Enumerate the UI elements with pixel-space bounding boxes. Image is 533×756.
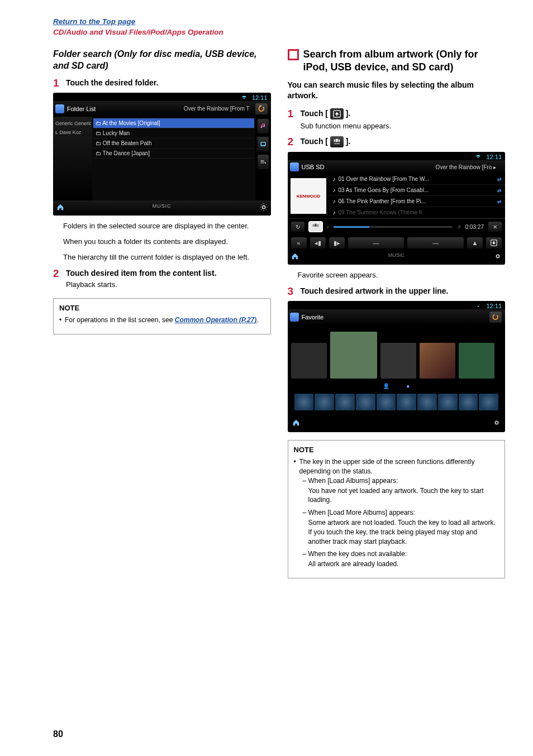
step-2-left: 2 Touch desired item from the content li… [53, 268, 271, 290]
step-head: Touch [ ]. [301, 136, 506, 147]
wifi-icon [475, 154, 482, 160]
source-label: MUSIC [388, 252, 404, 261]
heading-square-icon [288, 49, 299, 60]
artwork-item[interactable] [380, 343, 416, 379]
status-time: 12:11 [252, 94, 268, 101]
album-art-grid-button[interactable] [309, 222, 322, 232]
hierarchy-panel: Generic Generic L Dave Koz [53, 117, 92, 200]
hierarchy-item[interactable]: L Dave Koz [54, 128, 91, 137]
gear-icon[interactable] [493, 419, 501, 428]
wifi-icon [241, 94, 248, 101]
track-row[interactable]: ♪06 The Pink Panther [From the Pi...⇄ [330, 196, 506, 207]
svg-rect-5 [336, 139, 338, 142]
svg-point-12 [496, 255, 499, 258]
source-label: MUSIC [153, 203, 172, 212]
thumbnail-item[interactable] [459, 394, 478, 410]
step-head: Touch desired artwork in the upper line. [301, 286, 506, 296]
back-button[interactable] [255, 103, 268, 114]
thumbnail-item[interactable] [397, 394, 416, 410]
section-title-album-artwork: Search from album artwork (Only for iPod… [303, 48, 506, 74]
gear-icon[interactable] [494, 252, 502, 261]
step-1-left: 1 Touch the desired folder. [53, 78, 271, 88]
step-1-right: 1 Touch [ ]. Sub function menu appears. [288, 108, 506, 132]
hierarchy-item[interactable]: Generic Generic [54, 119, 91, 128]
now-playing-label: Over the Rainbow [Fro ▸ [436, 164, 496, 170]
prev-track-button[interactable]: ◂▮ [310, 237, 326, 248]
thumbnail-item[interactable] [417, 394, 437, 410]
thumbnail-item[interactable] [377, 394, 396, 410]
next-track-button[interactable]: ▮▸ [329, 237, 345, 248]
eq-button[interactable]: ▲ [467, 237, 483, 248]
svg-rect-8 [312, 224, 314, 227]
svg-rect-4 [334, 140, 336, 142]
shuffle-icon[interactable]: ✕ [488, 222, 502, 232]
app-icon [290, 313, 299, 322]
expand-button[interactable] [258, 155, 269, 169]
play-time: 0:03:27 [465, 224, 484, 230]
gear-icon[interactable] [260, 203, 268, 212]
list-item[interactable]: 🗀 Off the Beaten Path [93, 138, 254, 149]
artwork-item-current[interactable] [330, 332, 377, 379]
note-sub-item: When [Load Albums] appears: You have not… [303, 476, 499, 505]
page-dot-icon: ● [406, 383, 410, 389]
thumbnail-item[interactable] [438, 394, 458, 410]
note-box: NOTE For operations in the list screen, … [53, 298, 271, 334]
common-operation-link[interactable]: Common Operation (P.27) [175, 316, 256, 324]
step-number: 2 [53, 268, 61, 290]
artwork-item[interactable] [420, 343, 455, 379]
now-playing-label: Over the Rainbow [From T [184, 106, 250, 112]
svg-rect-9 [315, 224, 317, 227]
svg-rect-7 [334, 143, 340, 145]
app-icon [290, 162, 299, 171]
thumbnail-item[interactable] [315, 394, 334, 410]
back-button[interactable] [489, 312, 502, 323]
screenshot-folder-list: 12:11 Folder List Over the Rainbow [From… [53, 93, 271, 216]
track-list: ♪01 Over the Rainbow [From The W...⇄ ♪03… [330, 174, 506, 218]
video-tab-button[interactable] [258, 137, 269, 151]
album-art-grid-icon [330, 136, 344, 147]
progress-bar[interactable] [334, 226, 453, 228]
music-tab-button[interactable] [258, 119, 269, 133]
step-number: 1 [53, 78, 61, 88]
step-head: Touch desired item from the content list… [66, 268, 271, 278]
thumbnail-item[interactable] [294, 394, 314, 410]
note-title: NOTE [59, 303, 265, 313]
body-text: Favorite screen appears. [298, 270, 506, 281]
artwork-item[interactable] [291, 343, 327, 379]
repeat-icon[interactable]: ↻ [291, 222, 304, 232]
rewind-button[interactable]: « [291, 237, 307, 248]
track-row[interactable]: ♪01 Over the Rainbow [From The W...⇄ [330, 174, 506, 185]
step-2-right: 2 Touch [ ]. [288, 136, 506, 147]
subfunction-up-icon [330, 108, 344, 119]
home-icon[interactable] [56, 203, 64, 212]
seek-back-button[interactable]: — [348, 237, 404, 248]
step-number: 2 [288, 136, 296, 147]
album-art: KENWOOD [288, 174, 330, 218]
screen-title: Favorite [302, 314, 324, 320]
track-row[interactable]: ♪03 As Time Goes By [From Casabl...⇄ [330, 185, 506, 196]
body-text: Folders in the selected source are displ… [63, 221, 271, 263]
list-item[interactable]: 🗀 The Dance [Japan] [93, 149, 254, 159]
list-item[interactable]: 🗀 At the Movies [Original] [93, 118, 254, 128]
home-icon[interactable] [291, 252, 299, 261]
subfunction-down-icon[interactable] [486, 237, 502, 248]
seek-fwd-button[interactable]: — [407, 237, 464, 248]
screen-title: Folder List [67, 106, 96, 112]
artwork-item[interactable] [459, 343, 494, 379]
folder-content-list: 🗀 At the Movies [Original] 🗀 Lucky Man 🗀… [92, 117, 255, 200]
screenshot-usb-sd: 12:11 USB SD Over the Rainbow [Fro ▸ KEN… [288, 152, 506, 265]
step-sub: Playback starts. [66, 280, 271, 290]
thumbnail-item[interactable] [335, 394, 355, 410]
section-title-folder-search: Folder search (Only for disc media, USB … [53, 48, 271, 72]
thumbnail-item[interactable] [356, 394, 375, 410]
home-icon[interactable] [292, 419, 300, 428]
list-item[interactable]: 🗀 Lucky Man [93, 128, 254, 138]
thumbnail-item[interactable] [479, 394, 498, 410]
step-number: 1 [288, 108, 296, 132]
artwork-row [291, 328, 502, 379]
status-time: 12:11 [486, 154, 502, 160]
return-top-link[interactable]: Return to the Top page [53, 17, 135, 26]
page-number: 80 [53, 712, 505, 739]
track-row[interactable]: ♪09 The Summer Knows (Theme fr [330, 207, 506, 218]
thumbnail-row [291, 393, 502, 415]
